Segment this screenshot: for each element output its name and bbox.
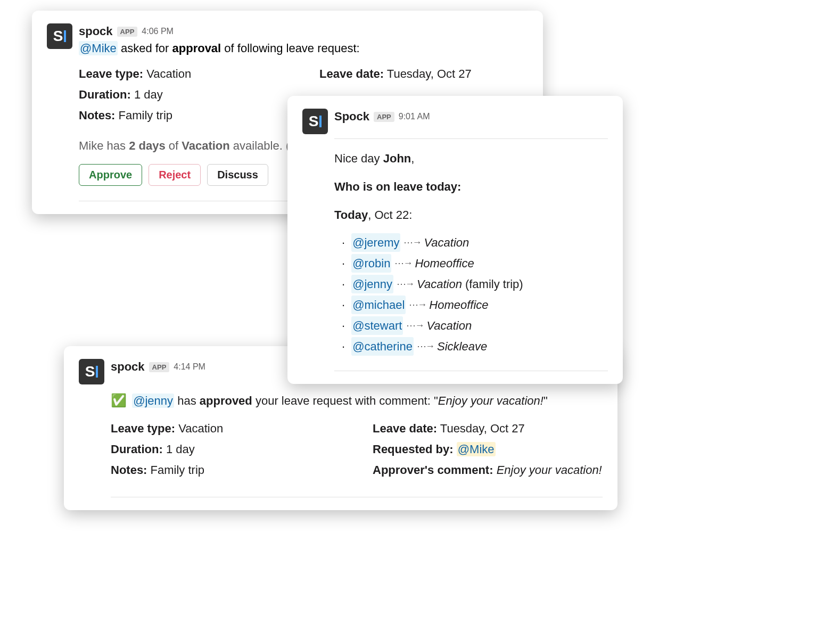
- leave-item: ·@jenny⋯→ Vacation (family trip): [342, 275, 608, 293]
- divider: [111, 497, 603, 497]
- text: has: [174, 394, 200, 407]
- leave-date-label: Leave date:: [319, 67, 384, 80]
- notes-value: Family trip: [151, 463, 204, 477]
- bullet-icon: ·: [342, 296, 345, 314]
- leave-type: Sickleave: [437, 338, 487, 355]
- mention-user[interactable]: @catherine: [351, 337, 414, 356]
- message-time: 4:14 PM: [174, 362, 205, 372]
- arrow-icon: ⋯→: [394, 256, 411, 271]
- duration-label: Duration:: [79, 88, 131, 101]
- text: of following leave request:: [221, 42, 360, 55]
- app-avatar: S: [79, 359, 104, 384]
- approver-comment-label: Approver's comment:: [373, 463, 493, 477]
- app-avatar: S: [302, 109, 328, 134]
- bullet-icon: ·: [342, 275, 345, 293]
- check-icon: ✅: [111, 393, 127, 407]
- leave-type: Homeoffice: [415, 255, 474, 272]
- text: your leave request with comment: ": [252, 394, 438, 407]
- leave-extra: (family trip): [465, 275, 523, 293]
- today-date: Today, Oct 22:: [334, 206, 608, 224]
- duration-value: 1 day: [166, 443, 195, 456]
- arrow-icon: ⋯→: [409, 298, 426, 312]
- avatar-s-icon: S: [85, 363, 98, 380]
- notes-label: Notes:: [79, 109, 115, 122]
- sender-name: Spock: [334, 110, 369, 124]
- message-header: S spock APP 4:06 PM @Mike asked for appr…: [47, 23, 528, 55]
- leave-type-label: Leave type:: [79, 67, 143, 80]
- text-bold: approved: [200, 394, 252, 407]
- discuss-button[interactable]: Discuss: [207, 164, 268, 186]
- mention-user[interactable]: @stewart: [351, 316, 403, 335]
- leave-type-value: Vacation: [146, 67, 191, 80]
- bullet-icon: ·: [342, 234, 345, 251]
- leave-item: ·@stewart⋯→ Vacation: [342, 316, 608, 335]
- leave-date-label: Leave date:: [373, 422, 437, 435]
- message-time: 4:06 PM: [142, 27, 174, 36]
- app-avatar: S: [47, 23, 72, 49]
- divider: [334, 138, 608, 139]
- mention-user[interactable]: @michael: [351, 296, 406, 314]
- arrow-icon: ⋯→: [417, 339, 434, 354]
- app-badge: APP: [117, 27, 138, 37]
- arrow-icon: ⋯→: [406, 318, 423, 333]
- leave-type-label: Leave type:: [111, 422, 175, 435]
- leave-item: ·@catherine⋯→ Sickleave: [342, 337, 608, 356]
- approve-button[interactable]: Approve: [79, 164, 142, 186]
- notes-value: Family trip: [119, 109, 172, 122]
- leave-item: ·@jeremy⋯→ Vacation: [342, 233, 608, 252]
- comment-text: Enjoy your vacation!: [438, 394, 543, 407]
- bullet-icon: ·: [342, 338, 345, 355]
- mention-user[interactable]: @jeremy: [351, 233, 400, 252]
- leave-item: ·@robin⋯→ Homeoffice: [342, 254, 608, 273]
- greeting: Nice day John,: [334, 150, 608, 167]
- text-bold: approval: [172, 42, 221, 55]
- requested-by-label: Requested by:: [373, 443, 454, 456]
- bullet-icon: ·: [342, 255, 345, 272]
- mention-user[interactable]: @jenny: [351, 275, 393, 293]
- subheading: Who is on leave today:: [334, 178, 608, 195]
- leave-item: ·@michael⋯→ Homeoffice: [342, 296, 608, 314]
- daily-leave-summary-card: S Spock APP 9:01 AM Nice day John, Who i…: [287, 96, 623, 384]
- approver-comment-value: Enjoy your vacation!: [497, 463, 602, 477]
- divider: [334, 371, 608, 371]
- sender-name: spock: [79, 24, 113, 38]
- avatar-s-icon: S: [53, 28, 67, 45]
- leave-date-value: Tuesday, Oct 27: [387, 67, 472, 80]
- arrow-icon: ⋯→: [397, 277, 414, 291]
- app-badge: APP: [149, 362, 170, 372]
- bullet-icon: ·: [342, 317, 345, 334]
- leave-type: Vacation: [424, 234, 469, 251]
- mention-approver[interactable]: @jenny: [132, 394, 174, 408]
- mention-requester[interactable]: @Mike: [457, 442, 496, 456]
- message-header: S Spock APP 9:01 AM: [302, 109, 608, 134]
- leave-type: Vacation: [426, 317, 472, 334]
- notes-label: Notes:: [111, 463, 147, 477]
- duration-label: Duration:: [111, 443, 163, 456]
- leave-type-value: Vacation: [178, 422, 223, 435]
- arrow-icon: ⋯→: [403, 235, 421, 250]
- mention-user[interactable]: @Mike: [79, 41, 118, 55]
- message-time: 9:01 AM: [399, 112, 430, 121]
- mention-user[interactable]: @robin: [351, 254, 391, 273]
- leave-date-value: Tuesday, Oct 27: [440, 422, 525, 435]
- text: asked for: [118, 42, 172, 55]
- app-badge: APP: [374, 112, 394, 122]
- text: ": [543, 394, 548, 407]
- leave-type: Homeoffice: [429, 296, 488, 314]
- leave-list: ·@jeremy⋯→ Vacation·@robin⋯→ Homeoffice·…: [334, 233, 608, 356]
- avatar-s-icon: S: [309, 113, 322, 130]
- sender-name: spock: [111, 360, 145, 374]
- reject-button[interactable]: Reject: [149, 164, 201, 186]
- leave-type: Vacation: [417, 275, 462, 293]
- duration-value: 1 day: [134, 88, 163, 101]
